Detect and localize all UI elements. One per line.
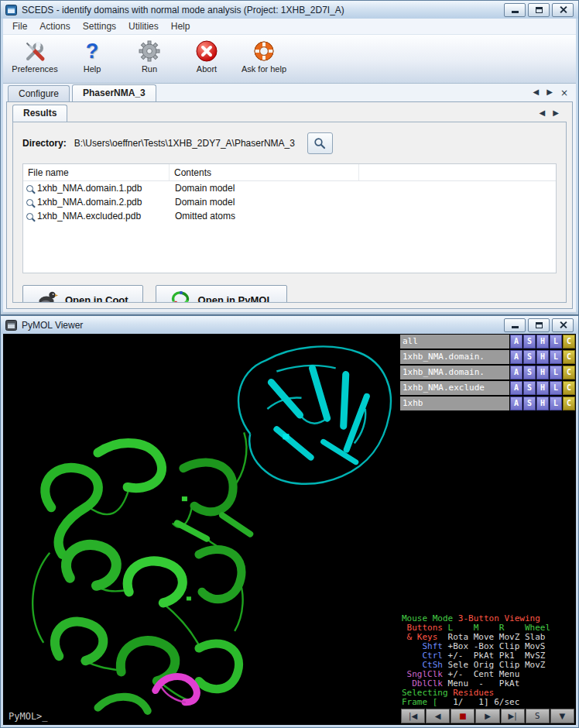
object-l-button[interactable]: L <box>550 350 562 364</box>
tab-results[interactable]: Results <box>12 105 67 122</box>
table-row[interactable]: 1xhb_NMA.domain.1.pdbDomain model <box>23 181 556 195</box>
pymol-command-prompt[interactable]: PyMOL>_ <box>9 711 48 722</box>
window-title: SCEDS - identify domains with normal mod… <box>22 5 499 15</box>
open-in-coot-button[interactable]: Open in Coot <box>22 285 143 303</box>
close-button[interactable] <box>552 318 574 332</box>
table-row[interactable]: 1xhb_NMA.domain.2.pdbDomain model <box>23 195 556 209</box>
object-c-button[interactable]: C <box>563 397 575 410</box>
object-c-button[interactable]: C <box>563 350 575 364</box>
pymol-logo-icon <box>170 290 191 303</box>
results-scroll-right-icon[interactable]: ▶ <box>553 108 559 117</box>
tab-close-icon[interactable]: × <box>560 88 568 98</box>
window-title: PyMOL Viewer <box>22 320 499 331</box>
object-h-button[interactable]: H <box>536 381 549 395</box>
file-table-body: 1xhb_NMA.domain.1.pdbDomain model1xhb_NM… <box>23 181 556 223</box>
help-button[interactable]: ? Help <box>65 38 119 74</box>
sceds-window: SCEDS - identify domains with normal mod… <box>0 0 579 315</box>
directory-label: Directory: <box>22 138 67 149</box>
ask-for-help-button[interactable]: Ask for help <box>237 38 291 74</box>
tab-scroll-left-icon[interactable]: ◀ <box>533 88 540 98</box>
mouse-panel: Mouse Mode 3-Button Viewing Buttons L M … <box>402 614 574 707</box>
object-panel: allASHLC1xhb_NMA.domain.ASHLC1xhb_NMA.do… <box>399 334 576 410</box>
open-in-pymol-button[interactable]: Open in PyMOL <box>156 285 288 303</box>
open-in-pymol-label: Open in PyMOL <box>198 294 273 304</box>
object-row: 1xhb_NMA.domain.ASHLC <box>400 366 575 379</box>
tools-icon <box>22 39 47 64</box>
object-c-button[interactable]: C <box>563 366 575 379</box>
minimize-button[interactable] <box>504 3 526 17</box>
object-a-button[interactable]: A <box>510 335 522 349</box>
table-row[interactable]: 1xhb_NMA.excluded.pdbOmitted atoms <box>23 209 556 223</box>
menu-bar: FileActionsSettingsUtilitiesHelp <box>3 19 576 35</box>
results-tab-bar: Results ◀ ▶ <box>12 105 567 122</box>
menu-settings[interactable]: Settings <box>77 19 122 33</box>
column-header-file-name[interactable]: File name <box>23 164 170 180</box>
tab-phasernma-3[interactable]: PhaserNMA_3 <box>72 84 156 101</box>
tab-scroll-right-icon[interactable]: ▶ <box>546 88 553 98</box>
close-icon <box>559 5 567 14</box>
coot-duck-icon <box>37 290 58 303</box>
browse-button[interactable] <box>307 132 333 154</box>
minimize-button[interactable] <box>504 318 526 332</box>
vcr-menu-button[interactable]: ▼ <box>550 709 574 723</box>
abort-button[interactable]: Abort <box>180 38 234 74</box>
object-name[interactable]: 1xhb <box>400 397 509 410</box>
object-l-button[interactable]: L <box>550 381 562 395</box>
object-l-button[interactable]: L <box>550 335 562 349</box>
column-header-contents[interactable]: Contents <box>170 164 359 180</box>
object-s-button[interactable]: S <box>523 397 536 410</box>
object-a-button[interactable]: A <box>510 397 522 410</box>
object-name[interactable]: 1xhb_NMA.domain. <box>400 366 509 379</box>
object-s-button[interactable]: S <box>523 381 536 395</box>
object-name[interactable]: 1xhb_NMA.exclude <box>400 381 509 395</box>
mouse-panel-line: Frame [ 1/ 1] 6/sec <box>402 698 574 707</box>
open-in-coot-label: Open in Coot <box>65 294 128 304</box>
toolbar-label: Run <box>142 64 157 74</box>
vcr-s-button[interactable]: S <box>526 709 550 723</box>
object-row: 1xhbASHLC <box>400 397 575 410</box>
vcr-stop-button[interactable]: ■ <box>451 709 475 723</box>
object-a-button[interactable]: A <box>510 350 522 364</box>
close-button[interactable] <box>552 3 574 17</box>
toolbar-label: Help <box>84 64 101 74</box>
menu-help[interactable]: Help <box>165 19 197 33</box>
run-button[interactable]: Run <box>122 38 176 74</box>
object-a-button[interactable]: A <box>510 366 522 379</box>
menu-file[interactable]: File <box>6 19 33 33</box>
object-a-button[interactable]: A <box>510 381 522 395</box>
maximize-button[interactable] <box>528 318 550 332</box>
object-s-button[interactable]: S <box>523 335 536 349</box>
vcr-rewind-button[interactable]: |◀ <box>401 709 425 723</box>
object-s-button[interactable]: S <box>523 350 536 364</box>
object-h-button[interactable]: H <box>536 350 549 364</box>
menu-utilities[interactable]: Utilities <box>122 19 165 33</box>
pymol-app-icon <box>5 320 17 331</box>
magnifier-icon <box>26 213 33 220</box>
vcr-step-back-button[interactable]: ◀ <box>426 709 450 723</box>
object-s-button[interactable]: S <box>523 366 536 379</box>
pymol-titlebar[interactable]: PyMOL Viewer <box>1 316 578 334</box>
sceds-app-icon <box>5 5 17 15</box>
tab-configure[interactable]: Configure <box>8 85 70 101</box>
object-name[interactable]: 1xhb_NMA.domain. <box>400 350 509 364</box>
object-l-button[interactable]: L <box>550 366 562 379</box>
preferences-button[interactable]: Preferences <box>8 38 62 74</box>
file-table: File name Contents 1xhb_NMA.domain.1.pdb… <box>22 163 557 273</box>
sceds-titlebar[interactable]: SCEDS - identify domains with normal mod… <box>1 1 578 19</box>
object-c-button[interactable]: C <box>563 381 575 395</box>
vcr-controls: |◀◀■▶▶|S▼ <box>401 709 574 723</box>
object-h-button[interactable]: H <box>536 366 549 379</box>
object-name[interactable]: all <box>400 335 509 349</box>
molecule-viewport[interactable] <box>3 334 399 725</box>
menu-actions[interactable]: Actions <box>33 19 76 33</box>
results-scroll-left-icon[interactable]: ◀ <box>540 108 546 117</box>
object-row: allASHLC <box>400 335 575 349</box>
object-c-button[interactable]: C <box>563 335 575 349</box>
vcr-step-forward-button[interactable]: ▶| <box>501 709 525 723</box>
vcr-play-button[interactable]: ▶ <box>475 709 499 723</box>
object-h-button[interactable]: H <box>536 335 549 349</box>
object-l-button[interactable]: L <box>550 397 562 410</box>
maximize-button[interactable] <box>528 3 550 17</box>
object-h-button[interactable]: H <box>536 397 549 410</box>
file-contents: Omitted atoms <box>169 211 235 221</box>
